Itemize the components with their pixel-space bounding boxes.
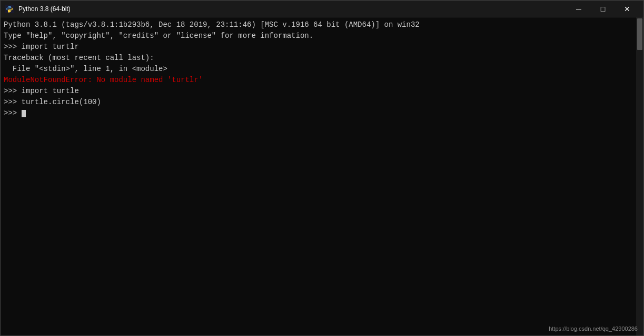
window-controls: ─ □ ✕ [567, 1, 639, 17]
python-window: Python 3.8 (64-bit) ─ □ ✕ Python 3.8.1 (… [0, 0, 644, 336]
terminal-line-3: >>> import turtlr [4, 42, 633, 53]
terminal-line-2: Type "help", "copyright", "credits" or "… [4, 30, 633, 42]
scrollbar-thumb[interactable] [637, 18, 642, 50]
terminal-content[interactable]: Python 3.8.1 (tags/v3.8.1:1b293b6, Dec 1… [1, 17, 636, 335]
terminal-line-5: File "<stdin>", line 1, in <module> [4, 64, 633, 75]
prompt-3: >>> [4, 98, 22, 106]
terminal-line-1: Python 3.8.1 (tags/v3.8.1:1b293b6, Dec 1… [4, 19, 633, 30]
window-title: Python 3.8 (64-bit) [18, 5, 567, 13]
cursor [22, 110, 26, 117]
prompt-1: >>> [4, 43, 22, 51]
terminal-line-6: ModuleNotFoundError: No module named 'tu… [4, 75, 633, 86]
scrollbar[interactable] [636, 17, 643, 335]
terminal-line-9: >>> [4, 108, 633, 119]
maximize-button[interactable]: □ [591, 1, 615, 17]
terminal-body: Python 3.8.1 (tags/v3.8.1:1b293b6, Dec 1… [1, 17, 643, 335]
title-bar: Python 3.8 (64-bit) ─ □ ✕ [1, 1, 643, 17]
prompt-2: >>> [4, 87, 22, 95]
watermark: https://blog.csdn.net/qq_42900286 [549, 325, 638, 332]
close-button[interactable]: ✕ [615, 1, 639, 17]
terminal-line-4: Traceback (most recent call last): [4, 53, 633, 64]
prompt-4: >>> [4, 109, 22, 117]
terminal-line-7: >>> import turtle [4, 86, 633, 97]
terminal-line-8: >>> turtle.circle(100) [4, 97, 633, 108]
minimize-button[interactable]: ─ [567, 1, 591, 17]
python-icon [5, 4, 14, 14]
